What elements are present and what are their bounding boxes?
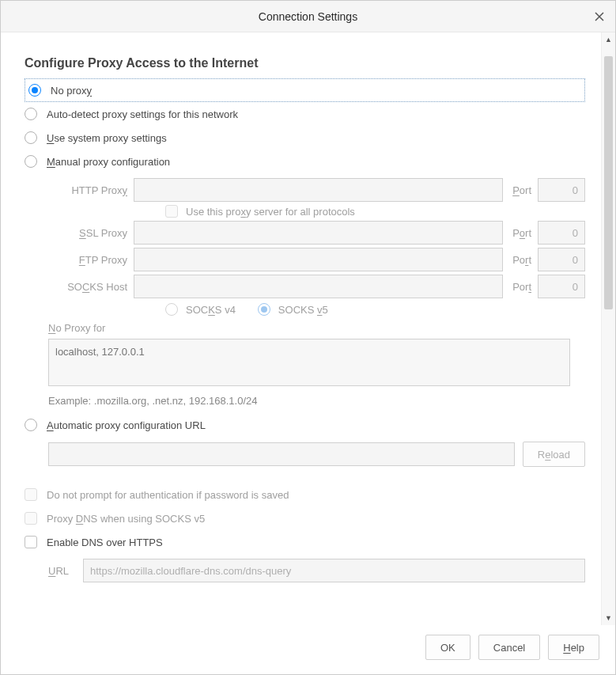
doh-url-input[interactable]	[83, 559, 585, 582]
ftp-port-input[interactable]	[538, 248, 585, 271]
socks-v5-label: SOCKS v5	[278, 304, 328, 316]
no-proxy-for-label: No Proxy for	[48, 322, 105, 334]
dialog-footer: OK Cancel Help	[1, 625, 615, 674]
radio-label: No proxy	[51, 85, 92, 97]
radio-socks-v4[interactable]	[165, 303, 178, 316]
ftp-proxy-input[interactable]	[134, 248, 503, 271]
radio-icon[interactable]	[25, 419, 37, 431]
radio-label: Use system proxy settings	[47, 132, 167, 144]
checkbox-label: Enable DNS over HTTPS	[47, 537, 163, 548]
http-proxy-input[interactable]	[134, 178, 503, 202]
radio-label: Manual proxy configuration	[47, 156, 170, 168]
http-port-input[interactable]	[538, 178, 585, 202]
checkbox-icon[interactable]	[25, 536, 37, 548]
radio-label: Automatic proxy configuration URL	[47, 419, 206, 431]
help-button[interactable]: Help	[548, 635, 599, 660]
pac-url-input[interactable]	[48, 442, 515, 466]
checkbox-icon[interactable]	[25, 512, 37, 525]
doh-url-label: URL	[48, 565, 72, 577]
radio-auto-detect[interactable]: Auto-detect proxy settings for this netw…	[25, 102, 585, 126]
radio-label: Auto-detect proxy settings for this netw…	[47, 108, 238, 120]
radio-no-proxy[interactable]: No proxy	[25, 78, 585, 102]
ssl-proxy-label: SSL Proxy	[56, 227, 127, 239]
no-proxy-for-textarea[interactable]	[48, 339, 570, 386]
socks-v4-label: SOCKS v4	[186, 304, 236, 316]
ssl-port-input[interactable]	[538, 221, 585, 245]
ftp-port-label: Port	[512, 254, 531, 266]
http-proxy-label: HTTP Proxy	[56, 184, 127, 196]
checkbox-label: Proxy DNS when using SOCKS v5	[47, 513, 205, 525]
ftp-proxy-label: FTP Proxy	[56, 254, 127, 266]
manual-proxy-grid: HTTP Proxy Port Use this proxy server fo…	[56, 178, 585, 316]
use-all-protocols-label: Use this proxy server for all protocols	[186, 206, 355, 218]
radio-icon[interactable]	[25, 155, 37, 168]
ok-button[interactable]: OK	[425, 635, 471, 660]
reload-button[interactable]: Reload	[523, 442, 585, 467]
socks-host-input[interactable]	[134, 275, 503, 298]
radio-pac-url[interactable]: Automatic proxy configuration URL	[25, 413, 585, 437]
cancel-button[interactable]: Cancel	[478, 635, 540, 660]
connection-settings-dialog: Connection Settings Configure Proxy Acce…	[0, 0, 616, 675]
radio-socks-v5[interactable]	[258, 303, 270, 316]
radio-system-proxy[interactable]: Use system proxy settings	[25, 126, 585, 150]
close-icon[interactable]	[591, 9, 607, 25]
check-proxy-dns-socks5[interactable]: Proxy DNS when using SOCKS v5	[25, 506, 585, 530]
socks-port-input[interactable]	[538, 275, 585, 298]
no-proxy-example: Example: .mozilla.org, .net.nz, 192.168.…	[48, 395, 585, 407]
checkbox-label: Do not prompt for authentication if pass…	[47, 489, 289, 501]
check-no-prompt-auth[interactable]: Do not prompt for authentication if pass…	[25, 483, 585, 506]
radio-manual-proxy[interactable]: Manual proxy configuration	[25, 150, 585, 173]
checkbox-icon[interactable]	[25, 488, 37, 501]
radio-icon[interactable]	[28, 84, 41, 97]
socks-host-label: SOCKS Host	[56, 281, 127, 293]
scroll-down-arrow-icon[interactable]: ▼	[602, 611, 615, 625]
dialog-titlebar: Connection Settings	[1, 1, 615, 32]
use-all-protocols-checkbox[interactable]	[165, 205, 178, 218]
scroll-thumb[interactable]	[604, 56, 613, 309]
ssl-proxy-input[interactable]	[134, 221, 503, 245]
http-port-label: Port	[512, 184, 531, 196]
vertical-scrollbar[interactable]: ▲ ▼	[601, 32, 615, 625]
socks-port-label: Port	[512, 281, 531, 293]
section-heading: Configure Proxy Access to the Internet	[25, 56, 585, 70]
dialog-title: Connection Settings	[259, 10, 357, 23]
radio-icon[interactable]	[25, 131, 37, 144]
scroll-up-arrow-icon[interactable]: ▲	[602, 32, 615, 47]
ssl-port-label: Port	[512, 227, 531, 239]
check-enable-doh[interactable]: Enable DNS over HTTPS	[25, 530, 585, 554]
radio-icon[interactable]	[25, 108, 37, 120]
